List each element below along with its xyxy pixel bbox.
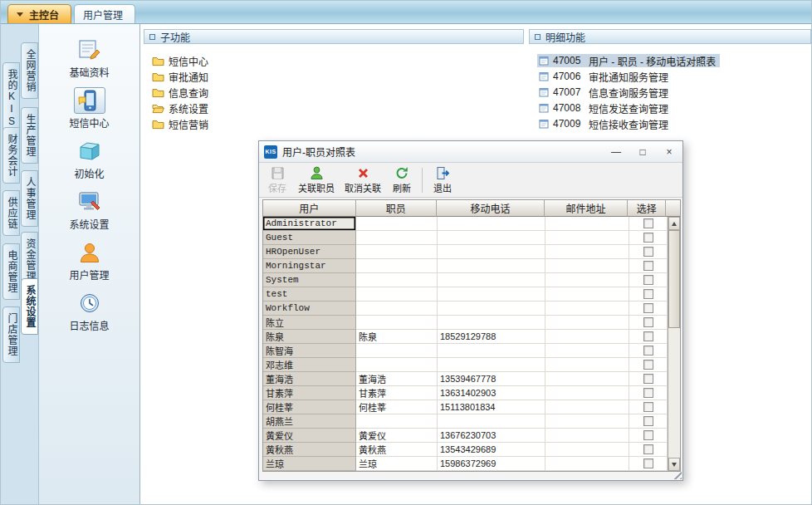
detail-item-3[interactable]: 47008短信发送查询管理 [537,101,673,115]
cell-email[interactable] [545,330,629,344]
cell-email[interactable] [545,245,629,259]
cell-user[interactable]: Workflow [263,302,356,316]
cell-phone[interactable]: 15986372969 [438,457,545,471]
module-item-2[interactable]: 初始化 [46,135,133,183]
row-checkbox[interactable] [643,430,653,440]
cell-user[interactable]: test [263,287,356,302]
scroll-thumb[interactable] [668,230,680,328]
cell-email[interactable] [545,400,629,414]
tree-item-2[interactable]: 信息查询 [152,86,524,99]
side-tab-1[interactable]: 财务会计 [2,127,20,184]
cell-phone[interactable]: 13631402903 [438,386,545,400]
tree-item-1[interactable]: 审批通知 [152,70,524,83]
cell-select[interactable] [629,259,668,273]
module-item-5[interactable]: 日志信息 [46,287,133,335]
table-scrollbar[interactable] [668,217,680,471]
cell-email[interactable] [545,302,629,316]
cell-select[interactable] [629,217,668,231]
detail-item-2[interactable]: 47007信息查询服务管理 [537,86,673,99]
cell-email[interactable] [545,231,629,245]
row-checkbox[interactable] [643,233,653,243]
tree-item-3[interactable]: 系统设置 [152,101,524,115]
side-tab-7[interactable]: 人事管理 [21,170,38,227]
cell-select[interactable] [629,330,668,344]
cell-user[interactable]: 兰琼 [263,457,356,471]
row-checkbox[interactable] [643,303,653,313]
cell-phone[interactable]: 13539467778 [438,372,545,386]
scroll-down-button[interactable] [668,458,680,471]
cell-select[interactable] [629,273,668,287]
cell-phone[interactable] [438,231,545,245]
cell-user[interactable]: 甘素萍 [263,386,356,400]
detail-item-0[interactable]: 47005用户 - 职员 - 移动电话对照表 [537,54,720,67]
toolbar-exit-button[interactable]: 退出 [428,164,457,196]
column-header-4[interactable]: 选择 [628,200,666,217]
cell-user[interactable]: 陈立 [263,316,356,330]
module-item-0[interactable]: 基础资料 [46,34,133,81]
cell-employee[interactable]: 甘素萍 [356,386,438,400]
tree-item-0[interactable]: 短信中心 [152,54,524,67]
cell-employee[interactable]: 何桂莘 [356,400,438,414]
cell-email[interactable] [545,217,629,231]
cell-user[interactable]: HROpenUser [263,245,356,259]
cell-user[interactable]: Administrator [263,217,356,231]
minimize-button[interactable]: — [603,141,629,162]
cell-phone[interactable] [438,358,545,372]
tree-item-4[interactable]: 短信营销 [152,117,524,130]
cell-employee[interactable] [356,259,438,273]
cell-employee[interactable] [356,316,438,330]
cell-select[interactable] [629,245,668,259]
cell-employee[interactable]: 陈泉 [356,330,438,344]
row-checkbox[interactable] [643,360,653,370]
cell-select[interactable] [629,358,668,372]
row-checkbox[interactable] [643,458,653,468]
cell-employee[interactable]: 黄爱仪 [356,429,438,443]
dialog-titlebar[interactable]: KIS 用户-职员对照表 —□× [259,141,682,163]
cell-email[interactable] [545,344,629,358]
cell-select[interactable] [629,429,668,443]
cell-phone[interactable] [438,217,545,231]
cell-employee[interactable]: 董海浩 [356,372,438,386]
row-checkbox[interactable] [643,247,653,257]
cell-user[interactable]: 邓志维 [263,358,356,372]
cell-employee[interactable] [356,358,438,372]
cell-employee[interactable]: 兰琼 [356,457,438,471]
cell-select[interactable] [629,400,668,414]
cell-user[interactable]: 何桂莘 [263,400,356,414]
cell-user[interactable]: 陈智海 [263,344,356,358]
scroll-up-button[interactable] [668,217,680,230]
cell-user[interactable]: 胡燕兰 [263,414,356,429]
cell-employee[interactable] [356,217,438,231]
cell-select[interactable] [629,386,668,400]
cell-employee[interactable] [356,414,438,429]
side-tab-3[interactable]: 电商管理 [2,243,20,300]
cell-phone[interactable] [438,245,545,259]
cell-employee[interactable] [356,231,438,245]
cell-select[interactable] [629,344,668,358]
scroll-track[interactable] [668,230,680,458]
tab-user-management[interactable]: 用户管理 [74,4,135,23]
row-checkbox[interactable] [643,388,653,398]
cell-email[interactable] [545,259,629,273]
cell-email[interactable] [545,457,629,471]
cell-email[interactable] [545,429,629,443]
close-button[interactable]: × [656,141,682,162]
module-item-3[interactable]: 系统设置 [46,186,133,233]
cell-phone[interactable] [438,302,545,316]
cell-employee[interactable] [356,273,438,287]
cell-phone[interactable] [438,259,545,273]
cell-employee[interactable] [356,287,438,302]
side-tab-9[interactable]: 系统设置 [21,278,38,335]
cell-phone[interactable] [438,316,545,330]
cell-select[interactable] [629,372,668,386]
row-checkbox[interactable] [643,289,653,299]
toolbar-link-employee-button[interactable]: 关联职员 [294,164,339,196]
cell-phone[interactable]: 13676230703 [438,429,545,443]
cell-employee[interactable] [356,245,438,259]
cell-phone[interactable]: 18529129788 [438,330,545,344]
cell-phone[interactable] [438,273,545,287]
module-item-4[interactable]: 用户管理 [46,237,133,284]
cell-select[interactable] [629,302,668,316]
row-checkbox[interactable] [643,444,653,454]
column-header-2[interactable]: 移动电话 [437,200,544,217]
